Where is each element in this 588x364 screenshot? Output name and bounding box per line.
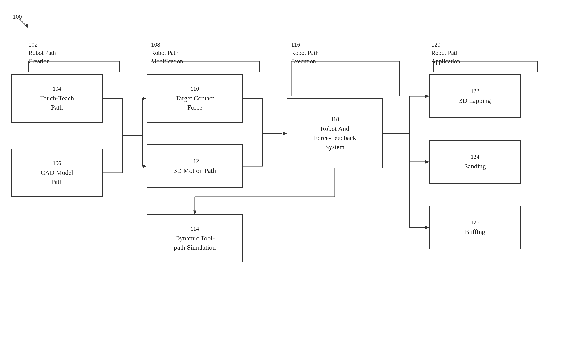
box-122-ref: 122	[471, 87, 479, 95]
box-122: 122 3D Lapping	[429, 74, 521, 118]
group-creation-label: 102 Robot PathCreation	[28, 40, 56, 65]
group-modification-title: Robot PathModification	[151, 49, 183, 65]
ref-100-label: 100	[13, 13, 22, 20]
group-modification-ref: 108	[151, 41, 160, 48]
box-126-label: Buffing	[465, 227, 485, 236]
group-creation-title: Robot PathCreation	[28, 49, 56, 65]
box-114: 114 Dynamic Tool-path Simulation	[147, 214, 243, 262]
box-106: 106 CAD ModelPath	[11, 149, 103, 197]
box-104-ref: 104	[53, 85, 61, 93]
box-110: 110 Target ContactForce	[147, 74, 243, 123]
group-creation-ref: 102	[28, 41, 38, 48]
group-execution-title: Robot PathExecution	[291, 49, 318, 65]
box-110-label: Target ContactForce	[176, 94, 214, 112]
box-122-label: 3D Lapping	[459, 96, 491, 105]
box-126: 126 Buffing	[429, 206, 521, 249]
group-application-label: 120 Robot PathApplication	[431, 40, 460, 65]
group-execution-ref: 116	[291, 41, 300, 48]
box-106-ref: 106	[53, 159, 61, 167]
svg-marker-16	[283, 132, 287, 135]
svg-marker-22	[425, 160, 429, 163]
box-118-ref: 118	[331, 115, 339, 123]
box-124: 124 Sanding	[429, 140, 521, 184]
box-126-ref: 126	[471, 219, 479, 226]
group-execution-label: 116 Robot PathExecution	[291, 40, 318, 65]
group-application-title: Robot PathApplication	[431, 49, 460, 65]
box-124-label: Sanding	[464, 162, 486, 171]
box-112-ref: 112	[191, 157, 199, 165]
box-114-ref: 114	[191, 225, 199, 233]
svg-marker-11	[143, 165, 146, 168]
svg-marker-1	[25, 24, 28, 28]
box-110-ref: 110	[191, 85, 199, 93]
svg-marker-20	[425, 95, 429, 98]
box-118: 118 Robot AndForce-FeedbackSystem	[287, 98, 383, 169]
svg-marker-24	[425, 226, 429, 229]
box-118-label: Robot AndForce-FeedbackSystem	[314, 124, 356, 152]
svg-marker-28	[193, 211, 196, 214]
box-112: 112 3D Motion Path	[147, 144, 243, 188]
box-112-label: 3D Motion Path	[174, 166, 216, 175]
group-application-ref: 120	[431, 41, 440, 48]
box-104-label: Touch-TeachPath	[40, 94, 74, 112]
box-114-label: Dynamic Tool-path Simulation	[174, 234, 216, 252]
diagram: 100 102 Robot PathCreation 108 Robot Pat…	[0, 0, 588, 364]
svg-marker-8	[143, 97, 146, 100]
box-104: 104 Touch-TeachPath	[11, 74, 103, 123]
box-106-label: CAD ModelPath	[40, 168, 73, 186]
box-124-ref: 124	[471, 153, 479, 161]
group-modification-label: 108 Robot PathModification	[151, 40, 183, 65]
